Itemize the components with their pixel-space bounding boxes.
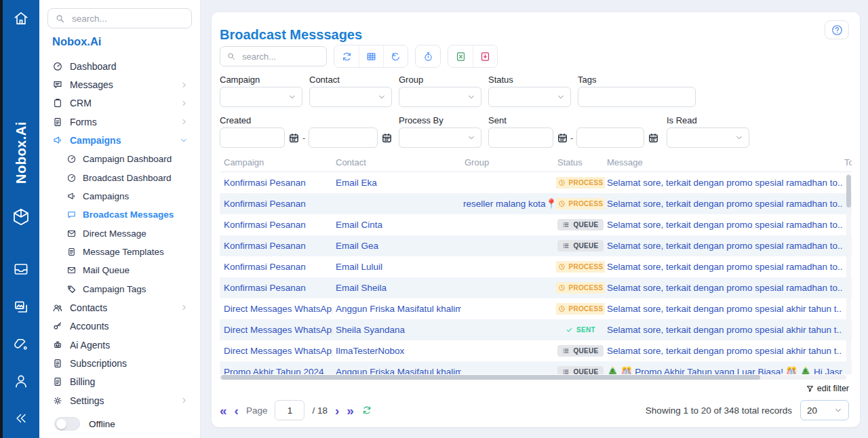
prev-page-button[interactable]: ‹	[235, 404, 239, 417]
cell-message[interactable]: Selamat sore, terkait dengan promo spesi…	[607, 340, 842, 361]
export-excel-button[interactable]	[448, 45, 473, 67]
sidebar-item-contacts[interactable]: Contacts	[46, 298, 194, 317]
cell-campaign[interactable]: Promo Akhir Tahun 2024	[224, 361, 332, 374]
sidebar-item-forms[interactable]: Forms	[46, 113, 194, 131]
cell-contact[interactable]: IlmaTesterNobox	[336, 340, 461, 361]
column-header-contact[interactable]: Contact	[336, 157, 366, 167]
cell-message[interactable]: Selamat sore, terkait dengan promo spesi…	[607, 256, 842, 277]
sidebar-item-settings[interactable]: Settings	[46, 391, 194, 410]
cell-campaign[interactable]: Konfirmasi Pesanan	[224, 256, 332, 277]
calendar-icon[interactable]	[288, 132, 300, 144]
group-filter-select[interactable]	[399, 87, 481, 107]
cell-message[interactable]: 🎄 🎊 Promo Akhir Tahun yang Luar Biasa! 🎊…	[607, 361, 842, 374]
export-pdf-button[interactable]	[473, 45, 497, 67]
timer-button[interactable]	[416, 45, 440, 67]
column-header-campaign[interactable]: Campaign	[224, 157, 264, 167]
status-filter-select[interactable]	[488, 87, 571, 107]
cell-campaign[interactable]: Direct Messages WhatsApp	[224, 298, 332, 319]
sidebar-item-campaigns-sub[interactable]: Campaigns	[46, 187, 194, 205]
table-row[interactable]: Direct Messages WhatsApp Sheila Syandana…	[220, 319, 852, 340]
sidebar-item-mail-queue[interactable]: Mail Queue	[46, 261, 194, 279]
edit-filter-button[interactable]: edit filter	[806, 384, 849, 393]
cell-campaign[interactable]: Konfirmasi Pesanan	[224, 172, 332, 193]
cell-contact[interactable]	[336, 193, 461, 214]
inbox-icon[interactable]	[3, 260, 39, 278]
table-row[interactable]: Direct Messages WhatsApp Anggun Friska M…	[220, 298, 852, 319]
reset-button[interactable]	[383, 45, 408, 67]
collapse-sidebar-icon[interactable]	[3, 411, 39, 426]
column-header-message[interactable]: Message	[607, 157, 643, 167]
refresh-button[interactable]	[334, 45, 359, 67]
table-row[interactable]: Konfirmasi Pesanan reseller malang kota📍…	[220, 193, 852, 214]
cell-contact[interactable]: Anggun Friska Masifatul khalim	[336, 361, 461, 374]
sent-from-input[interactable]	[488, 127, 553, 148]
calendar-icon[interactable]	[557, 132, 568, 144]
cell-contact[interactable]: Email Luluil	[336, 256, 461, 277]
cell-message[interactable]: Selamat sore, terkait dengan promo spesi…	[607, 214, 842, 235]
cell-message[interactable]: Selamat sore, terkait dengan promo spesi…	[607, 172, 842, 193]
sidebar-item-broadcast-dashboard[interactable]: Broadcast Dashboard	[46, 168, 194, 186]
cell-campaign[interactable]: Konfirmasi Pesanan	[224, 235, 332, 256]
table-row[interactable]: Direct Messages WhatsApp IlmaTesterNobox…	[220, 340, 852, 361]
sidebar-item-messages[interactable]: Messages	[46, 75, 194, 94]
user-icon[interactable]	[3, 372, 39, 390]
sidebar-item-campaign-dashboard[interactable]: Campaign Dashboard	[46, 150, 194, 168]
table-search[interactable]	[220, 46, 327, 66]
sidebar-item-ai-agents[interactable]: Ai Agents	[46, 336, 194, 354]
sidebar-item-direct-message[interactable]: Direct Message	[46, 224, 194, 243]
calendar-icon[interactable]	[648, 132, 659, 144]
reload-table-button[interactable]	[361, 405, 372, 416]
table-row[interactable]: Konfirmasi Pesanan Email Gea QUEUE Selam…	[220, 235, 852, 256]
cell-contact[interactable]: Anggun Friska Masifatul khalim	[336, 298, 461, 319]
table-row[interactable]: Konfirmasi Pesanan Email Cinta QUEUE Sel…	[220, 214, 852, 235]
sidebar-item-campaigns[interactable]: Campaigns	[46, 132, 194, 150]
scrollbar-thumb[interactable]	[846, 175, 851, 207]
horizontal-scrollbar[interactable]	[220, 375, 846, 380]
process-by-filter-select[interactable]	[399, 127, 481, 148]
page-number-input[interactable]	[275, 400, 304, 420]
contact-filter-select[interactable]	[309, 87, 392, 107]
cell-contact[interactable]: Sheila Syandana	[336, 319, 461, 340]
column-header-to[interactable]: To	[844, 157, 852, 167]
cell-contact[interactable]: Email Gea	[336, 235, 461, 256]
table-search-input[interactable]	[241, 51, 320, 62]
sidebar-search[interactable]	[47, 8, 192, 28]
cube-icon[interactable]	[3, 207, 39, 227]
help-button[interactable]	[825, 20, 849, 39]
sidebar-item-crm[interactable]: CRM	[46, 94, 194, 113]
created-to-input[interactable]	[309, 127, 378, 148]
is-read-filter-select[interactable]	[667, 127, 749, 148]
cell-message[interactable]: Selamat sore, terkait dengan promo spesi…	[607, 235, 842, 256]
table-row[interactable]: Konfirmasi Pesanan Email Eka PROCESS Sel…	[220, 172, 852, 193]
offline-toggle[interactable]	[54, 417, 80, 431]
sent-to-input[interactable]	[576, 127, 644, 148]
sidebar-item-broadcast-messages[interactable]: Broadcast Messages	[46, 205, 194, 224]
table-view-button[interactable]	[359, 45, 383, 67]
cell-campaign[interactable]: Konfirmasi Pesanan	[224, 193, 332, 214]
cell-message[interactable]: Selamat sore, terkait dengan promo spesi…	[607, 298, 842, 319]
table-row[interactable]: Konfirmasi Pesanan Email Sheila PROCESS …	[220, 277, 852, 298]
vertical-scrollbar[interactable]	[846, 174, 851, 374]
media-icon[interactable]	[3, 298, 39, 316]
ink-drop-icon[interactable]	[3, 336, 39, 353]
last-page-button[interactable]: »	[347, 404, 354, 417]
created-from-input[interactable]	[220, 127, 285, 148]
sidebar-item-campaign-tags[interactable]: Campaign Tags	[46, 280, 194, 298]
sidebar-item-billing[interactable]: Billing	[46, 373, 194, 391]
home-icon[interactable]	[3, 9, 39, 27]
cell-message[interactable]: Selamat sore, terkait dengan promo spesi…	[607, 277, 842, 298]
page-size-select[interactable]: 20	[800, 400, 849, 420]
sidebar-search-input[interactable]	[71, 13, 184, 24]
cell-contact[interactable]: Email Eka	[336, 172, 461, 193]
sidebar-item-message-templates[interactable]: Message Templates	[46, 243, 194, 261]
column-header-group[interactable]: Group	[465, 157, 489, 167]
cell-contact[interactable]: Email Sheila	[336, 277, 461, 298]
cell-campaign[interactable]: Konfirmasi Pesanan	[224, 214, 332, 235]
campaign-filter-select[interactable]	[220, 87, 302, 107]
sidebar-item-subscriptions[interactable]: Subscriptions	[46, 354, 194, 372]
cell-message[interactable]: Selamat sore, terkait dengan promo spesi…	[607, 319, 842, 340]
scrollbar-thumb[interactable]	[221, 375, 760, 380]
sidebar-item-dashboard[interactable]: Dashboard	[46, 57, 194, 75]
cell-campaign[interactable]: Konfirmasi Pesanan	[224, 277, 332, 298]
column-header-status[interactable]: Status	[557, 157, 583, 167]
